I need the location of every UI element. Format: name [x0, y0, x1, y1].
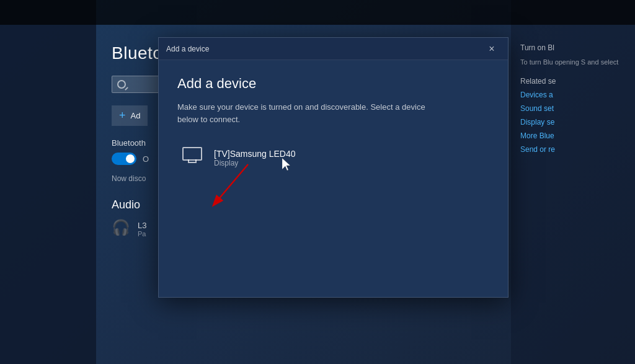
- device-list-item-0[interactable]: [TV]Samsung LED40 Display: [177, 141, 489, 175]
- turn-on-desc: To turn Blu opening S and select: [520, 57, 626, 68]
- related-link-4[interactable]: Send or re: [520, 145, 626, 154]
- related-settings-label: Related se: [520, 77, 626, 86]
- audio-device-name: L3: [138, 221, 146, 230]
- add-device-dialog: Add a device × Add a device Make sure yo…: [158, 37, 508, 298]
- headphones-icon: 🎧: [112, 219, 131, 239]
- add-device-label: Ad: [131, 111, 141, 120]
- search-icon: [117, 80, 126, 89]
- related-link-0[interactable]: Devices a: [520, 91, 626, 99]
- dialog-titlebar-title: Add a device: [166, 45, 209, 53]
- plus-icon: +: [119, 109, 126, 122]
- sidebar: [0, 0, 96, 364]
- device-list-name-0: [TV]Samsung LED40: [214, 149, 296, 159]
- audio-device-type: Pa: [138, 230, 146, 237]
- top-camera-bar: [0, 0, 635, 25]
- turn-on-label: Turn on Bl: [520, 43, 626, 52]
- dialog-titlebar: Add a device ×: [159, 38, 508, 60]
- dialog-heading: Add a device: [177, 76, 489, 92]
- dialog-description: Make sure your device is turned on and d…: [177, 101, 438, 125]
- close-icon: ×: [489, 43, 494, 55]
- bluetooth-toggle-label: O: [143, 154, 149, 164]
- device-list-type-0: Display: [214, 159, 296, 167]
- add-device-button[interactable]: + Ad: [112, 105, 148, 126]
- bluetooth-toggle[interactable]: [112, 153, 136, 165]
- related-link-1[interactable]: Sound set: [520, 104, 626, 113]
- right-panel: Turn on Bl To turn Blu opening S and sel…: [511, 0, 635, 364]
- monitor-icon: [182, 147, 205, 169]
- related-link-3[interactable]: More Blue: [520, 131, 626, 140]
- dialog-close-button[interactable]: ×: [483, 40, 500, 58]
- monitor-shape: [182, 147, 202, 161]
- related-link-2[interactable]: Display se: [520, 118, 626, 127]
- dialog-body: Add a device Make sure your device is tu…: [159, 60, 508, 297]
